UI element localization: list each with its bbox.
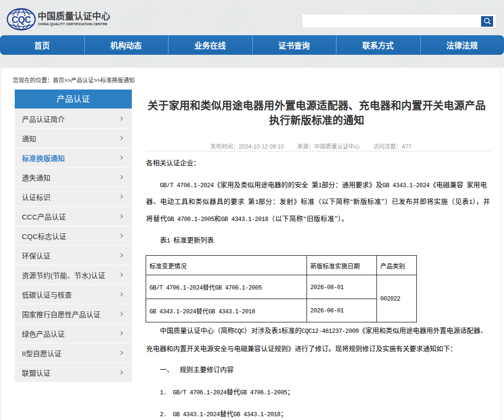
svg-text:CQC: CQC (11, 14, 31, 25)
